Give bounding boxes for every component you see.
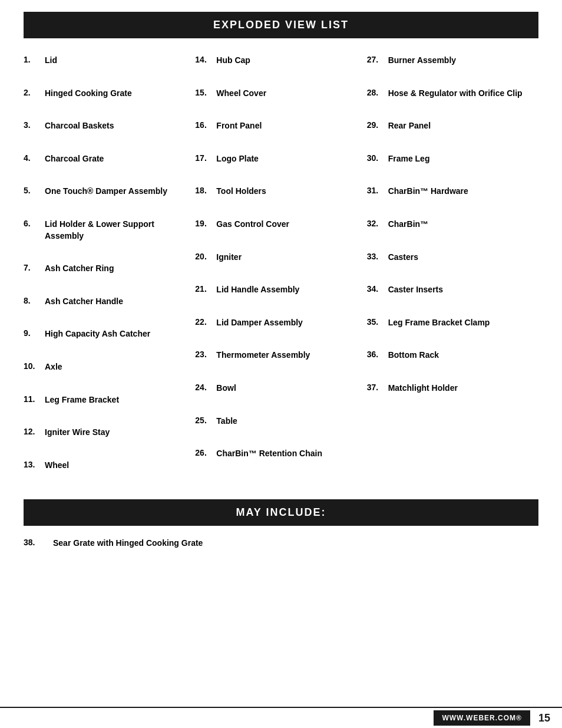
item-label: Bowl — [216, 383, 236, 394]
item-number: 9. — [24, 328, 45, 338]
item-number: 2. — [24, 88, 45, 97]
item-label: Sear Grate with Hinged Cooking Grate — [53, 538, 203, 549]
item-label: Ash Catcher Handle — [45, 296, 123, 308]
item-label: Front Panel — [216, 120, 262, 132]
item-label: Charcoal Grate — [45, 153, 104, 165]
footer-website: WWW.WEBER.COM® — [434, 710, 530, 726]
list-item: 21.Lid Handle Assembly — [195, 274, 366, 307]
section-header: EXPLODED VIEW LIST — [24, 12, 538, 38]
item-number: 30. — [367, 153, 388, 163]
item-number: 8. — [24, 296, 45, 305]
item-number: 13. — [24, 460, 45, 469]
list-item: 36.Bottom Rack — [367, 339, 538, 372]
list-item: 18.Tool Holders — [195, 175, 366, 208]
item-label: Caster Inserts — [388, 284, 443, 296]
item-label: Hose & Regulator with Orifice Clip — [388, 88, 523, 100]
item-label: Rear Panel — [388, 120, 431, 132]
item-label: Casters — [388, 252, 418, 263]
list-item: 5.One Touch® Damper Assembly — [24, 175, 195, 208]
item-number: 15. — [195, 88, 216, 97]
footer: WWW.WEBER.COM® 15 — [0, 707, 562, 728]
item-number: 38. — [24, 538, 53, 547]
item-label: Lid Damper Assembly — [216, 317, 303, 329]
list-item: 10.Axle — [24, 351, 195, 384]
list-item: 37.Matchlight Holder — [367, 372, 538, 405]
item-number: 17. — [195, 153, 216, 163]
item-number: 5. — [24, 186, 45, 195]
item-label: One Touch® Damper Assembly — [45, 186, 167, 197]
list-item: 34.Caster Inserts — [367, 274, 538, 307]
item-label: Hinged Cooking Grate — [45, 88, 132, 100]
item-number: 1. — [24, 55, 45, 64]
item-number: 35. — [367, 317, 388, 327]
item-label: Bottom Rack — [388, 350, 439, 361]
item-label: Table — [216, 416, 237, 427]
list-item: 4.Charcoal Grate — [24, 143, 195, 176]
item-number: 26. — [195, 448, 216, 457]
item-label: Axle — [45, 361, 62, 373]
item-label: Igniter — [216, 252, 242, 263]
item-label: Ash Catcher Ring — [45, 263, 114, 275]
list-item: 11.Leg Frame Bracket — [24, 384, 195, 417]
item-label: Wheel — [45, 460, 69, 472]
list-item: 38.Sear Grate with Hinged Cooking Grate — [24, 535, 538, 552]
item-label: CharBin™ Retention Chain — [216, 448, 322, 460]
item-number: 12. — [24, 427, 45, 436]
item-number: 24. — [195, 383, 216, 392]
item-number: 36. — [367, 350, 388, 359]
item-number: 33. — [367, 252, 388, 261]
list-item: 31.CharBin™ Hardware — [367, 175, 538, 208]
list-item: 19.Gas Control Cover — [195, 208, 366, 241]
item-number: 18. — [195, 186, 216, 195]
list-item: 6.Lid Holder & Lower Support Assembly — [24, 208, 195, 252]
may-include-title: MAY INCLUDE: — [236, 506, 326, 518]
list-item: 17.Logo Plate — [195, 143, 366, 176]
list-item: 3.Charcoal Baskets — [24, 110, 195, 143]
list-item: 33.Casters — [367, 241, 538, 274]
item-label: Lid Holder & Lower Support Assembly — [45, 219, 189, 242]
list-item: 30.Frame Leg — [367, 143, 538, 176]
item-label: High Capacity Ash Catcher — [45, 328, 150, 340]
list-item: 24.Bowl — [195, 372, 366, 405]
item-number: 19. — [195, 219, 216, 228]
list-item: 32.CharBin™ — [367, 208, 538, 241]
list-item: 20.Igniter — [195, 241, 366, 274]
list-item: 29.Rear Panel — [367, 110, 538, 143]
list-item: 26.CharBin™ Retention Chain — [195, 437, 366, 470]
item-number: 20. — [195, 252, 216, 261]
main-content: EXPLODED VIEW LIST 1.Lid2.Hinged Cooking… — [0, 0, 562, 599]
list-item: 35.Leg Frame Bracket Clamp — [367, 307, 538, 340]
item-number: 34. — [367, 284, 388, 294]
item-label: Wheel Cover — [216, 88, 266, 100]
footer-page-number: 15 — [538, 712, 550, 724]
item-number: 23. — [195, 350, 216, 359]
section-title: EXPLODED VIEW LIST — [213, 19, 349, 31]
item-label: Matchlight Holder — [388, 383, 458, 394]
item-number: 22. — [195, 317, 216, 327]
item-number: 21. — [195, 284, 216, 294]
item-number: 10. — [24, 361, 45, 371]
list-item: 27.Burner Assembly — [367, 44, 538, 77]
list-item: 12.Igniter Wire Stay — [24, 416, 195, 449]
item-number: 28. — [367, 88, 388, 97]
list-item: 23.Thermometer Assembly — [195, 339, 366, 372]
list-item: 2.Hinged Cooking Grate — [24, 77, 195, 110]
items-grid: 1.Lid2.Hinged Cooking Grate3.Charcoal Ba… — [24, 44, 538, 482]
may-include-header: MAY INCLUDE: — [24, 499, 538, 526]
item-label: Thermometer Assembly — [216, 350, 310, 361]
item-number: 3. — [24, 120, 45, 130]
list-item: 1.Lid — [24, 44, 195, 77]
list-item: 13.Wheel — [24, 449, 195, 482]
item-number: 27. — [367, 55, 388, 64]
item-number: 6. — [24, 219, 45, 228]
item-number: 29. — [367, 120, 388, 130]
item-number: 4. — [24, 153, 45, 163]
item-label: Gas Control Cover — [216, 219, 289, 230]
item-number: 25. — [195, 416, 216, 425]
item-label: Logo Plate — [216, 153, 259, 165]
item-label: Charcoal Baskets — [45, 120, 114, 132]
item-number: 7. — [24, 263, 45, 272]
item-label: CharBin™ Hardware — [388, 186, 468, 197]
list-item: 8.Ash Catcher Handle — [24, 285, 195, 318]
item-number: 14. — [195, 55, 216, 64]
